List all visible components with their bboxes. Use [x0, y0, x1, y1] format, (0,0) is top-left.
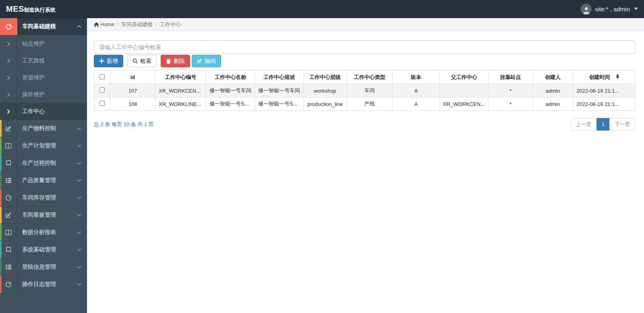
sidebar-item-process-control[interactable]: 生产过程控制: [0, 155, 87, 172]
breadcrumb-home[interactable]: Home: [94, 21, 114, 27]
cell-parent: [440, 84, 489, 97]
sidebar-item-label: 产品质量管理: [17, 177, 77, 184]
sidebar-subitem-resource-maintenance[interactable]: 资源维护: [0, 69, 87, 86]
column-header-station[interactable]: 挂靠站点: [489, 70, 533, 84]
sidebar-subitem-process-route[interactable]: 工艺路线: [0, 52, 87, 69]
page-1-button[interactable]: 1: [596, 118, 610, 131]
chevron-down-icon: [77, 196, 81, 199]
cell-description: 修一智能一号车间: [255, 84, 304, 97]
delete-button[interactable]: 删除: [161, 55, 190, 67]
column-header-parent[interactable]: 父工作中心: [440, 70, 489, 84]
cell-station: *: [489, 97, 533, 111]
delete-button-label: 删除: [174, 58, 185, 65]
table-header-row: id 工作中心编号 工作中心名称 工作中心描述 工作中心层级 工作中心类型 版本…: [94, 70, 636, 84]
column-header-level[interactable]: 工作中心层级: [304, 70, 347, 84]
column-header-type[interactable]: 工作中心类型: [347, 70, 393, 84]
app-logo[interactable]: MES制造执行系统: [6, 4, 56, 14]
pagination-bar: 总 2 条 每页 10 条 共 1 页 上一页 1 下一页: [94, 118, 636, 131]
sidebar-item-operation-log-management[interactable]: 操作日志管理: [0, 276, 87, 293]
sidebar-item-workshop-modeling[interactable]: 车间基础建模: [0, 18, 87, 35]
search-input[interactable]: [94, 40, 636, 54]
row-select-cell: [94, 97, 110, 111]
pin-icon[interactable]: [616, 75, 619, 80]
book-icon: [0, 155, 17, 172]
column-header-code[interactable]: 工作中心编号: [155, 70, 206, 84]
prev-page-button[interactable]: 上一页: [571, 118, 597, 131]
column-header-description[interactable]: 工作中心描述: [255, 70, 304, 84]
sidebar-item-analytics-reports[interactable]: 数据分析报表: [0, 224, 87, 241]
avatar: [581, 4, 592, 15]
sidebar-subitem-label: 操作维护: [17, 91, 87, 98]
sidebar-item-inventory-management[interactable]: 车间库存管理: [0, 189, 87, 207]
cell-level: production_line: [304, 97, 347, 111]
plus-icon: [99, 58, 104, 64]
column-header-name[interactable]: 工作中心名称: [206, 70, 255, 84]
row-checkbox[interactable]: [99, 87, 105, 93]
column-header-created-time[interactable]: 创建时间: [573, 70, 636, 84]
table-row[interactable]: 108 XR_WORKLINE... 修一智能一号S... 修一智能一号S...…: [94, 97, 636, 111]
sidebar-item-label: 系统基础管理: [17, 246, 77, 253]
sidebar-item-login-info-management[interactable]: 登陆信息管理: [0, 259, 87, 276]
edit-button-label: 编辑: [205, 58, 216, 65]
row-checkbox[interactable]: [99, 101, 105, 106]
sidebar-subitem-operation-maintenance[interactable]: 操作维护: [0, 86, 87, 103]
column-header-id[interactable]: id: [110, 70, 155, 84]
pager: 上一页 1 下一页: [571, 118, 636, 131]
columns-icon: [0, 224, 17, 241]
gauge-icon: [0, 189, 17, 206]
sidebar-subitem-label: 工作中心: [17, 108, 87, 115]
breadcrumb-item[interactable]: 车间基础建模: [121, 21, 153, 28]
search-button[interactable]: 检索: [127, 55, 157, 67]
chevron-right-icon: [0, 86, 17, 103]
logo-bold: MES: [6, 4, 24, 13]
column-header-creator[interactable]: 创建人: [533, 70, 573, 84]
chevron-down-icon: [77, 144, 81, 147]
sidebar-subitem-station-maintenance[interactable]: 站点维护: [0, 35, 87, 52]
chevron-right-icon: [0, 35, 17, 52]
sidebar-item-label: 操作日志管理: [17, 281, 77, 288]
sidebar-subitem-work-center[interactable]: 工作中心: [0, 103, 87, 120]
logo-text: 制造执行系统: [24, 7, 56, 13]
cell-version: A: [393, 84, 440, 97]
person-icon: [582, 6, 591, 15]
sidebar-item-label: 登陆信息管理: [17, 263, 77, 271]
sidebar-item-kanban-management[interactable]: 车间看板管理: [0, 207, 87, 224]
toolbar: 新增 检索 删除 编辑: [94, 55, 636, 67]
cell-name: 修一智能一号车间: [206, 84, 255, 97]
cell-created-time: 2022-08-19 21:1...: [573, 84, 636, 97]
chevron-down-icon: [77, 265, 81, 269]
user-menu[interactable]: site:* , admin: [581, 4, 638, 15]
edit-icon: [0, 120, 17, 137]
sidebar-subitem-label: 站点维护: [17, 40, 87, 48]
chevron-right-icon: [0, 69, 17, 86]
chevron-down-icon: [77, 127, 81, 130]
edit-icon: [0, 207, 17, 224]
breadcrumb: Home / 车间基础建模 / 工作中心: [87, 18, 644, 31]
gauge-icon: [0, 18, 17, 35]
chevron-right-icon: [0, 103, 17, 120]
select-all-checkbox[interactable]: [99, 74, 105, 79]
sidebar-item-label: 生产过程控制: [17, 160, 77, 167]
sidebar-item-system-management[interactable]: 系统基础管理: [0, 241, 87, 259]
table-row[interactable]: 107 XR_WORKCEN... 修一智能一号车间 修一智能一号车间 work…: [94, 84, 636, 97]
sidebar-item-label: 生产计划管理: [17, 142, 77, 149]
cell-type: 产线: [347, 97, 393, 111]
edit-icon: [197, 58, 202, 64]
work-center-panel: 新增 检索 删除 编辑: [87, 31, 644, 131]
cell-level: workshop: [304, 84, 347, 97]
breadcrumb-home-label: Home: [100, 21, 114, 27]
row-select-cell: [94, 84, 110, 97]
edit-button[interactable]: 编辑: [192, 55, 221, 67]
sidebar-item-plan-management[interactable]: 生产计划管理: [0, 137, 87, 155]
cell-name: 修一智能一号S...: [206, 97, 255, 111]
chevron-up-icon: [77, 25, 81, 28]
sidebar-item-material-control[interactable]: 生产物料控制: [0, 120, 87, 137]
next-page-button[interactable]: 下一页: [609, 118, 636, 131]
home-icon: [94, 22, 99, 27]
cell-description: 修一智能一号S...: [255, 97, 304, 111]
column-header-version[interactable]: 版本: [393, 70, 440, 84]
add-button[interactable]: 新增: [94, 55, 123, 67]
sidebar-item-quality-management[interactable]: 产品质量管理: [0, 172, 87, 189]
cell-id: 108: [110, 97, 155, 111]
chevron-down-icon: [77, 162, 81, 165]
